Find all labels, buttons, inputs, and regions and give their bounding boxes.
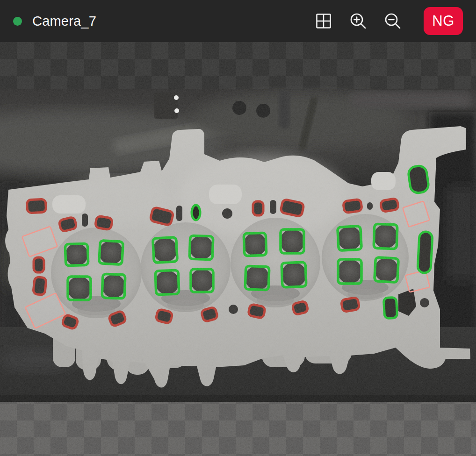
film-grain-bottom	[0, 402, 476, 456]
camera-label: Camera_7	[32, 14, 96, 29]
image-viewport[interactable]	[0, 42, 476, 456]
camera-info: Camera_7	[13, 14, 96, 29]
zoom-in-button[interactable]	[348, 11, 368, 31]
grid-view-icon	[315, 12, 332, 30]
film-grain	[0, 42, 476, 456]
status-dot-icon	[13, 17, 22, 26]
grid-view-button[interactable]	[313, 11, 334, 31]
zoom-out-icon	[383, 12, 402, 30]
toolbar: NG	[313, 7, 463, 35]
zoom-in-icon	[349, 12, 368, 30]
inspection-image	[0, 42, 476, 456]
zoom-out-button[interactable]	[382, 11, 403, 31]
camera-view-window: Camera_7	[0, 0, 476, 456]
camera-header: Camera_7	[0, 0, 476, 42]
result-badge: NG	[424, 7, 463, 35]
